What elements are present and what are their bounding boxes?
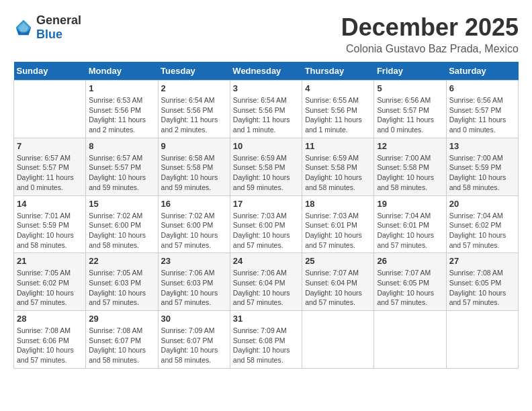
day-info: Sunrise: 7:00 AM Sunset: 5:58 PM Dayligh… <box>377 153 443 193</box>
day-number: 3 <box>233 83 299 93</box>
day-cell: 7Sunrise: 6:57 AM Sunset: 5:57 PM Daylig… <box>14 138 86 195</box>
day-number: 27 <box>449 256 515 266</box>
calendar-body: 1Sunrise: 6:53 AM Sunset: 5:56 PM Daylig… <box>14 81 519 369</box>
day-number: 8 <box>89 141 154 151</box>
day-cell: 28Sunrise: 7:08 AM Sunset: 6:06 PM Dayli… <box>14 311 86 369</box>
day-number: 17 <box>233 199 299 209</box>
day-number: 28 <box>17 314 83 324</box>
day-cell: 5Sunrise: 6:56 AM Sunset: 5:57 PM Daylig… <box>374 81 446 138</box>
logo-icon <box>13 17 34 38</box>
day-cell: 15Sunrise: 7:02 AM Sunset: 6:00 PM Dayli… <box>86 195 158 253</box>
day-cell: 26Sunrise: 7:07 AM Sunset: 6:05 PM Dayli… <box>374 253 446 311</box>
day-info: Sunrise: 6:54 AM Sunset: 5:56 PM Dayligh… <box>161 95 227 135</box>
header-cell-sunday: Sunday <box>14 62 86 81</box>
day-info: Sunrise: 7:09 AM Sunset: 6:08 PM Dayligh… <box>233 326 299 365</box>
day-number: 4 <box>305 83 371 93</box>
day-info: Sunrise: 6:59 AM Sunset: 5:58 PM Dayligh… <box>233 153 299 193</box>
day-cell: 2Sunrise: 6:54 AM Sunset: 5:56 PM Daylig… <box>158 81 230 138</box>
day-number: 12 <box>377 141 443 151</box>
day-info: Sunrise: 7:04 AM Sunset: 6:02 PM Dayligh… <box>449 211 515 250</box>
day-cell: 6Sunrise: 6:56 AM Sunset: 5:57 PM Daylig… <box>446 81 518 138</box>
day-number: 22 <box>89 256 154 266</box>
day-number: 13 <box>449 141 515 151</box>
day-info: Sunrise: 6:57 AM Sunset: 5:57 PM Dayligh… <box>89 153 154 193</box>
day-cell: 4Sunrise: 6:55 AM Sunset: 5:56 PM Daylig… <box>302 81 374 138</box>
day-cell: 13Sunrise: 7:00 AM Sunset: 5:59 PM Dayli… <box>446 138 518 195</box>
day-cell: 14Sunrise: 7:01 AM Sunset: 5:59 PM Dayli… <box>14 195 86 253</box>
day-info: Sunrise: 7:07 AM Sunset: 6:05 PM Dayligh… <box>377 268 443 308</box>
day-info: Sunrise: 6:53 AM Sunset: 5:56 PM Dayligh… <box>89 95 154 135</box>
day-info: Sunrise: 7:02 AM Sunset: 6:00 PM Dayligh… <box>89 211 154 250</box>
day-info: Sunrise: 6:57 AM Sunset: 5:57 PM Dayligh… <box>17 153 83 193</box>
day-number: 24 <box>233 256 299 266</box>
day-cell: 11Sunrise: 6:59 AM Sunset: 5:58 PM Dayli… <box>302 138 374 195</box>
day-cell: 18Sunrise: 7:03 AM Sunset: 6:01 PM Dayli… <box>302 195 374 253</box>
day-info: Sunrise: 7:05 AM Sunset: 6:03 PM Dayligh… <box>89 268 154 308</box>
calendar-table: SundayMondayTuesdayWednesdayThursdayFrid… <box>13 62 519 369</box>
day-cell <box>14 81 86 138</box>
day-number: 7 <box>17 141 83 151</box>
header-row: SundayMondayTuesdayWednesdayThursdayFrid… <box>14 62 519 81</box>
day-info: Sunrise: 7:03 AM Sunset: 6:00 PM Dayligh… <box>233 211 299 250</box>
day-number: 10 <box>233 141 299 151</box>
day-number: 19 <box>377 199 443 209</box>
week-row-3: 14Sunrise: 7:01 AM Sunset: 5:59 PM Dayli… <box>14 195 519 253</box>
day-cell: 10Sunrise: 6:59 AM Sunset: 5:58 PM Dayli… <box>230 138 302 195</box>
week-row-1: 1Sunrise: 6:53 AM Sunset: 5:56 PM Daylig… <box>14 81 519 138</box>
day-cell: 30Sunrise: 7:09 AM Sunset: 6:07 PM Dayli… <box>158 311 230 369</box>
header-cell-thursday: Thursday <box>302 62 374 81</box>
day-number: 20 <box>449 199 515 209</box>
calendar-title: December 2025 <box>341 13 519 42</box>
day-cell: 23Sunrise: 7:06 AM Sunset: 6:03 PM Dayli… <box>158 253 230 311</box>
day-number: 1 <box>89 83 154 93</box>
logo-text: General Blue <box>36 13 81 42</box>
day-cell: 27Sunrise: 7:08 AM Sunset: 6:05 PM Dayli… <box>446 253 518 311</box>
header-cell-friday: Friday <box>374 62 446 81</box>
day-number: 29 <box>89 314 154 324</box>
day-cell: 29Sunrise: 7:08 AM Sunset: 6:07 PM Dayli… <box>86 311 158 369</box>
day-info: Sunrise: 7:03 AM Sunset: 6:01 PM Dayligh… <box>305 211 371 250</box>
page-header: General Blue December 2025 Colonia Gusta… <box>13 13 519 55</box>
day-cell: 1Sunrise: 6:53 AM Sunset: 5:56 PM Daylig… <box>86 81 158 138</box>
week-row-4: 21Sunrise: 7:05 AM Sunset: 6:02 PM Dayli… <box>14 253 519 311</box>
day-info: Sunrise: 7:02 AM Sunset: 6:00 PM Dayligh… <box>161 211 227 250</box>
day-info: Sunrise: 7:08 AM Sunset: 6:05 PM Dayligh… <box>449 268 515 308</box>
header-cell-saturday: Saturday <box>446 62 518 81</box>
day-cell: 20Sunrise: 7:04 AM Sunset: 6:02 PM Dayli… <box>446 195 518 253</box>
day-info: Sunrise: 6:56 AM Sunset: 5:57 PM Dayligh… <box>449 95 515 135</box>
day-info: Sunrise: 6:56 AM Sunset: 5:57 PM Dayligh… <box>377 95 443 135</box>
day-cell: 3Sunrise: 6:54 AM Sunset: 5:56 PM Daylig… <box>230 81 302 138</box>
day-info: Sunrise: 6:58 AM Sunset: 5:58 PM Dayligh… <box>161 153 227 193</box>
day-info: Sunrise: 7:01 AM Sunset: 5:59 PM Dayligh… <box>17 211 83 250</box>
day-number: 18 <box>305 199 371 209</box>
day-number: 21 <box>17 256 83 266</box>
day-number: 23 <box>161 256 227 266</box>
day-cell: 12Sunrise: 7:00 AM Sunset: 5:58 PM Dayli… <box>374 138 446 195</box>
day-number: 11 <box>305 141 371 151</box>
day-info: Sunrise: 7:05 AM Sunset: 6:02 PM Dayligh… <box>17 268 83 308</box>
week-row-5: 28Sunrise: 7:08 AM Sunset: 6:06 PM Dayli… <box>14 311 519 369</box>
day-number: 15 <box>89 199 154 209</box>
day-cell <box>446 311 518 369</box>
day-info: Sunrise: 7:09 AM Sunset: 6:07 PM Dayligh… <box>161 326 227 365</box>
logo: General Blue <box>13 13 81 42</box>
day-cell: 19Sunrise: 7:04 AM Sunset: 6:01 PM Dayli… <box>374 195 446 253</box>
day-info: Sunrise: 7:06 AM Sunset: 6:03 PM Dayligh… <box>161 268 227 308</box>
day-info: Sunrise: 7:04 AM Sunset: 6:01 PM Dayligh… <box>377 211 443 250</box>
day-info: Sunrise: 7:06 AM Sunset: 6:04 PM Dayligh… <box>233 268 299 308</box>
day-number: 2 <box>161 83 227 93</box>
day-cell: 16Sunrise: 7:02 AM Sunset: 6:00 PM Dayli… <box>158 195 230 253</box>
day-cell: 31Sunrise: 7:09 AM Sunset: 6:08 PM Dayli… <box>230 311 302 369</box>
header-cell-monday: Monday <box>86 62 158 81</box>
day-number: 30 <box>161 314 227 324</box>
day-number: 26 <box>377 256 443 266</box>
calendar-header: SundayMondayTuesdayWednesdayThursdayFrid… <box>14 62 519 81</box>
day-info: Sunrise: 6:55 AM Sunset: 5:56 PM Dayligh… <box>305 95 371 135</box>
day-cell: 22Sunrise: 7:05 AM Sunset: 6:03 PM Dayli… <box>86 253 158 311</box>
header-cell-wednesday: Wednesday <box>230 62 302 81</box>
day-number: 5 <box>377 83 443 93</box>
title-section: December 2025 Colonia Gustavo Baz Prada,… <box>341 13 519 55</box>
day-cell <box>374 311 446 369</box>
day-info: Sunrise: 7:08 AM Sunset: 6:07 PM Dayligh… <box>89 326 154 365</box>
day-cell: 25Sunrise: 7:07 AM Sunset: 6:04 PM Dayli… <box>302 253 374 311</box>
